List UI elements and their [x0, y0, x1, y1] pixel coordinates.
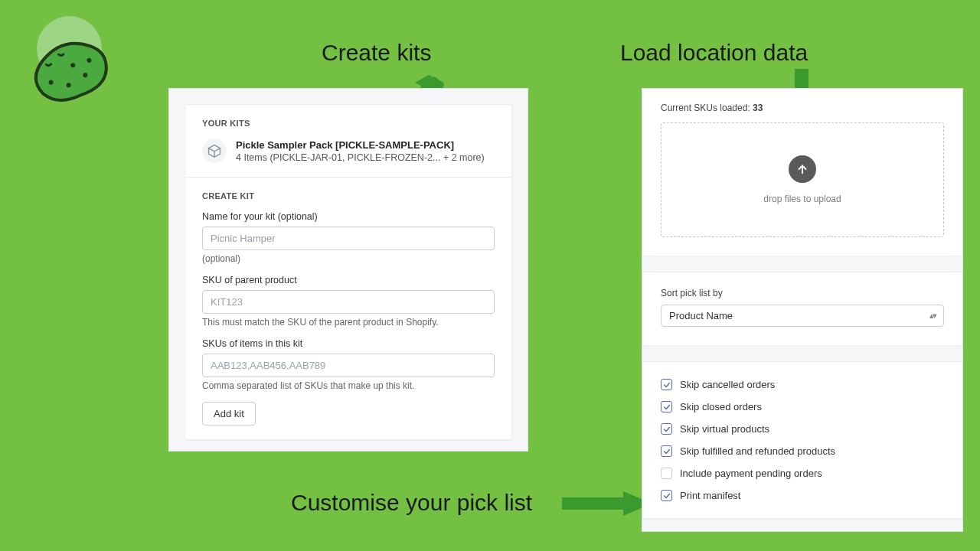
package-icon	[202, 139, 227, 163]
option-row: Include payment pending orders	[661, 468, 944, 479]
kit-name-label: Name for your kit (optional)	[202, 211, 495, 222]
add-kit-button[interactable]: Add kit	[202, 402, 256, 425]
sort-value: Product Name	[669, 310, 733, 321]
svg-rect-9	[562, 497, 626, 510]
option-row: Skip closed orders	[661, 401, 944, 412]
arrow-customise	[562, 488, 654, 519]
app-logo	[15, 19, 115, 107]
kit-name-help: (optional)	[202, 253, 495, 264]
panel-kits: YOUR KITS Pickle Sampler Pack [PICKLE-SA…	[168, 88, 528, 452]
kit-title: Pickle Sampler Pack [PICKLE-SAMPLE-PACK]	[236, 139, 485, 151]
sort-label: Sort pick list by	[661, 288, 944, 298]
option-row: Skip virtual products	[661, 423, 944, 435]
kit-name-input[interactable]	[202, 227, 495, 250]
option-label: Skip closed orders	[680, 401, 762, 412]
option-label: Skip cancelled orders	[680, 379, 775, 390]
callout-load-location: Load location data	[620, 40, 808, 66]
sort-select[interactable]: Product Name ▴▾	[661, 305, 944, 327]
checkbox[interactable]	[661, 379, 672, 390]
option-label: Include payment pending orders	[680, 468, 822, 479]
option-label: Print manifest	[680, 490, 740, 501]
callout-customise: Customise your pick list	[291, 490, 532, 516]
option-row: Print manifest	[661, 490, 944, 501]
sort-card: Sort pick list by Product Name ▴▾	[642, 272, 962, 346]
kit-row[interactable]: Pickle Sampler Pack [PICKLE-SAMPLE-PACK]…	[202, 139, 495, 163]
checkbox[interactable]	[661, 445, 672, 457]
option-row: Skip fulfilled and refunded products	[661, 445, 944, 457]
checkbox[interactable]	[661, 423, 672, 435]
options-card: Skip cancelled ordersSkip closed ordersS…	[642, 361, 962, 519]
parent-sku-label: SKU of parent product	[202, 275, 495, 285]
kit-subtitle: 4 Items (PICKLE-JAR-01, PICKLE-FROZEN-2.…	[236, 152, 485, 163]
checkbox[interactable]	[661, 468, 672, 479]
dropzone-text: drop files to upload	[763, 194, 841, 204]
item-skus-input[interactable]	[202, 354, 495, 377]
option-label: Skip virtual products	[680, 423, 769, 435]
option-label: Skip fulfilled and refunded products	[680, 445, 835, 457]
chevron-updown-icon: ▴▾	[929, 311, 936, 321]
panel-settings: Current SKUs loaded: 33 drop files to up…	[642, 88, 963, 532]
option-row: Skip cancelled orders	[661, 379, 944, 390]
parent-sku-input[interactable]	[202, 290, 495, 314]
checkbox[interactable]	[661, 490, 672, 501]
upload-card: Current SKUs loaded: 33 drop files to up…	[642, 89, 962, 256]
item-skus-label: SKUs of items in this kit	[202, 338, 495, 349]
item-skus-help: Comma separated list of SKUs that make u…	[202, 380, 495, 391]
sku-loaded-line: Current SKUs loaded: 33	[661, 103, 944, 113]
your-kits-heading: YOUR KITS	[202, 119, 495, 128]
upload-icon	[789, 155, 816, 183]
file-dropzone[interactable]: drop files to upload	[661, 122, 944, 237]
parent-sku-help: This must match the SKU of the parent pr…	[202, 317, 495, 328]
create-kit-heading: CREATE KIT	[202, 191, 495, 201]
checkbox[interactable]	[661, 401, 672, 412]
callout-create-kits: Create kits	[322, 40, 431, 66]
